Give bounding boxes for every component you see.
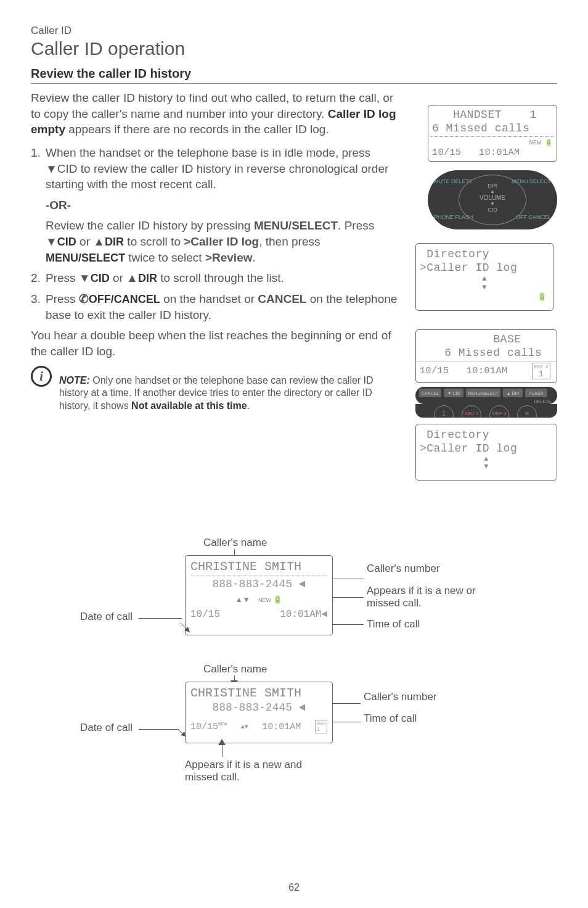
base-menu-lcd: Directory >Caller ID log ▲▼ [415,424,557,481]
t: . [252,251,255,264]
handset-lcd: HANDSET 1 6 Missed calls NEW 🔋 10/15 10:… [428,105,557,162]
target: >Caller ID log [184,235,259,248]
or-label: -OR- [46,199,71,212]
review: >Review [205,251,253,264]
new-missed-label-2: Appears if it is a new and missed call. [185,759,321,783]
cid-key: CID [459,207,526,213]
lcd-line: HANDSET 1 [428,108,557,122]
t: on the handset or [160,292,258,305]
time-of-call-label: Time of call [367,618,420,630]
handset-menu-lcd: Directory >Caller ID log ▲▼ 🔋 [415,243,553,311]
info-icon: i [31,366,52,387]
handset-nav-pad: MUTE DELETE MENU SELECT PHONE FLASH OFF … [428,170,557,229]
cid-down-button: ▼ CID [444,389,463,397]
base-lcd: BASE 6 Missed calls 10/15 10:01AM MSG #1 [415,329,557,383]
call-time: 10:01AM◄ [280,609,327,620]
t: or ▲ [110,271,138,284]
call-date: 10/15 [190,609,220,620]
scroll-arrows-icon: ▲▼ [241,724,248,730]
page-title: Caller ID operation [31,38,557,59]
lcd-line: Directory [416,247,553,261]
lcd-date-time: 10/15 10:01AM [420,366,508,376]
step-2-num: 2. [31,270,41,286]
delete-label: DELETE [534,399,551,403]
callers-name-label: Caller's name [203,663,267,675]
new-indicator: NEW [218,721,227,727]
t: twice to select [125,251,205,264]
step-2: 2. Press ▼CID or ▲DIR to scroll through … [31,270,398,286]
t: Press ▼ [46,271,91,284]
caller-number: 888-883-2445 ◄ [190,701,327,714]
step-1: 1. When the handset or the telephone bas… [31,145,398,192]
step-3-num: 3. [31,291,41,307]
lcd-line: 6 Missed calls [428,122,557,135]
lcd-line: 10/15 10:01AM [428,147,557,159]
dir-up-button: ▲ DIR [503,389,523,397]
t: , then press [259,235,320,248]
intro-post: appears if there are no records in the c… [65,123,329,136]
step-1-text: When the handset or the telephone base i… [46,146,388,191]
flash-button: FLASH [525,389,547,397]
callers-number-label: Caller's number [364,691,437,703]
caller-id-entry-base: CHRISTINE SMITH 888-883-2445 ◄ 10/15NEW … [185,682,333,743]
t: to scroll through the list. [157,271,284,284]
base-button-row: CANCEL ▼ CID MENU/SELECT ▲ DIR FLASH DEL… [415,387,557,404]
off-cancel-key: OFF CANCEL [516,215,551,221]
divider [31,83,557,84]
step-1-continued: Review the caller ID history by pressing… [31,218,398,265]
new-missed-label: Appears if it is a new or missed call. [367,585,490,609]
t: Review the caller ID history by pressing [46,219,254,232]
caller-number: 888-883-2445 ◄ [190,578,327,590]
caller-id-entry-handset: CHRISTINE SMITH 888-883-2445 ◄ ▲▼ NEW 🔋 … [185,555,333,635]
scroll-arrows-icon: ▲▼ [235,595,250,604]
caller-name: CHRISTINE SMITH [190,559,327,576]
dir-key: DIR [459,183,526,189]
step-3: 3. Press ✆OFF/CANCEL on the handset or C… [31,291,398,323]
note-label: NOTE: [59,375,90,386]
intro-paragraph: Review the caller ID history to find out… [31,90,398,138]
menu-select: MENU/SELECT [254,219,338,232]
svg-marker-4 [218,739,226,745]
date-of-call-label: Date of call [80,611,133,623]
breadcrumb: Caller ID [31,25,557,37]
dir-key: DIR [105,236,124,248]
volume-label: VOLUME [459,194,526,201]
callers-name-label: Caller's name [203,537,267,549]
new-indicator: NEW 🔋 [428,138,557,147]
new-indicator: NEW [258,597,271,603]
off-cancel: OFF/CANCEL [89,293,160,305]
caller-name: CHRISTINE SMITH [190,686,327,700]
section-heading: Review the caller ID history [31,67,557,81]
note-block: i NOTE: Only one handset or the telephon… [31,374,398,413]
menu-select-button: MENU/SELECT [466,389,500,397]
cancel-button: CANCEL [419,389,441,397]
t: . [247,400,250,411]
t: or ▲ [76,235,105,248]
msg-num: MSG#1 [315,720,327,733]
step-1-num: 1. [31,145,41,161]
call-time: 10:01AM [262,722,301,732]
beep-paragraph: You hear a double beep when the list rea… [31,328,398,359]
cid-key: CID [57,236,76,248]
step-1-or: -OR- [31,197,398,213]
cancel: CANCEL [258,292,306,305]
callers-number-label: Caller's number [367,563,440,575]
note-bold: Not available at this time [131,400,247,411]
call-date: 10/15 [190,722,218,732]
base-num-row: 1 ABC 2 DEF 3 ✕ [415,404,557,418]
lcd-line: >Caller ID log [416,442,557,455]
lcd-line: 6 Missed calls [416,346,557,362]
menu-select: MENU/SELECT [46,252,125,264]
lcd-line: BASE [416,332,557,346]
msg-box: MSG #1 [532,363,550,379]
scroll-arrows-icon: ▲▼ [422,274,547,292]
dir-key: DIR [138,272,157,284]
date-of-call-label: Date of call [80,722,133,734]
time-of-call-label: Time of call [364,712,417,725]
battery-icon: 🔋 [537,292,547,302]
t: to scroll to [124,235,184,248]
lcd-line: >Caller ID log [416,261,553,274]
lcd-line: Directory [416,428,557,442]
t: Press [46,292,79,305]
scroll-arrows-icon: ▲▼ [416,455,557,470]
